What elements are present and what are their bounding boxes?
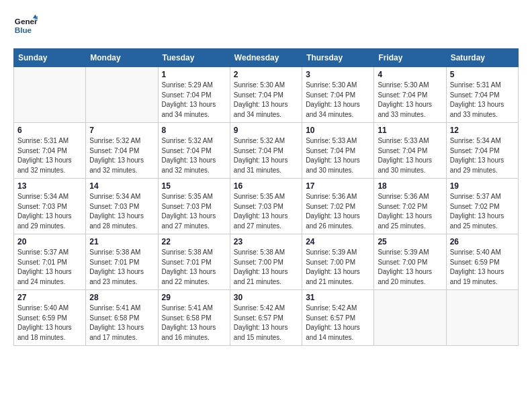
day-number: 24 (306, 237, 370, 246)
day-info: Sunrise: 5:39 AM Sunset: 7:00 PM Dayligh… (378, 248, 442, 287)
day-info: Sunrise: 5:38 AM Sunset: 7:01 PM Dayligh… (89, 248, 154, 287)
day-number: 27 (17, 293, 82, 302)
calendar-cell: 3Sunrise: 5:30 AM Sunset: 7:04 PM Daylig… (302, 67, 374, 123)
calendar-header-thursday: Thursday (302, 49, 374, 67)
day-number: 14 (89, 181, 154, 191)
day-info: Sunrise: 5:40 AM Sunset: 6:59 PM Dayligh… (17, 304, 82, 342)
calendar-cell: 14Sunrise: 5:34 AM Sunset: 7:03 PM Dayli… (86, 179, 158, 234)
day-number: 3 (306, 70, 370, 79)
day-info: Sunrise: 5:34 AM Sunset: 7:03 PM Dayligh… (89, 192, 154, 231)
calendar-cell (14, 67, 86, 123)
day-info: Sunrise: 5:31 AM Sunset: 7:04 PM Dayligh… (450, 81, 515, 120)
day-info: Sunrise: 5:37 AM Sunset: 7:01 PM Dayligh… (17, 248, 82, 287)
calendar-cell: 9Sunrise: 5:32 AM Sunset: 7:04 PM Daylig… (230, 123, 302, 179)
calendar-cell: 8Sunrise: 5:32 AM Sunset: 7:04 PM Daylig… (158, 123, 230, 179)
calendar-cell: 18Sunrise: 5:36 AM Sunset: 7:02 PM Dayli… (374, 179, 446, 234)
svg-text:Blue: Blue (15, 26, 32, 34)
calendar-cell (374, 290, 446, 346)
calendar-cell: 15Sunrise: 5:35 AM Sunset: 7:03 PM Dayli… (158, 179, 230, 234)
day-number: 25 (378, 237, 442, 246)
day-number: 4 (378, 70, 442, 79)
day-number: 11 (378, 126, 442, 135)
day-info: Sunrise: 5:33 AM Sunset: 7:04 PM Dayligh… (378, 136, 442, 175)
calendar-cell: 24Sunrise: 5:39 AM Sunset: 7:00 PM Dayli… (302, 234, 374, 290)
day-number: 21 (89, 237, 154, 246)
day-number: 29 (162, 293, 226, 302)
day-number: 18 (378, 181, 442, 191)
calendar-cell: 17Sunrise: 5:36 AM Sunset: 7:02 PM Dayli… (302, 179, 374, 234)
day-info: Sunrise: 5:30 AM Sunset: 7:04 PM Dayligh… (234, 81, 298, 120)
calendar-header-friday: Friday (374, 49, 446, 67)
day-info: Sunrise: 5:35 AM Sunset: 7:03 PM Dayligh… (234, 192, 298, 231)
calendar-cell: 27Sunrise: 5:40 AM Sunset: 6:59 PM Dayli… (14, 290, 86, 346)
calendar-week-row: 20Sunrise: 5:37 AM Sunset: 7:01 PM Dayli… (14, 234, 519, 290)
calendar-cell: 21Sunrise: 5:38 AM Sunset: 7:01 PM Dayli… (86, 234, 158, 290)
day-info: Sunrise: 5:38 AM Sunset: 7:00 PM Dayligh… (234, 248, 298, 287)
day-number: 8 (162, 126, 226, 135)
day-info: Sunrise: 5:42 AM Sunset: 6:57 PM Dayligh… (306, 304, 370, 342)
calendar-cell: 20Sunrise: 5:37 AM Sunset: 7:01 PM Dayli… (14, 234, 86, 290)
day-info: Sunrise: 5:39 AM Sunset: 7:00 PM Dayligh… (306, 248, 370, 287)
day-number: 28 (89, 293, 154, 302)
day-info: Sunrise: 5:40 AM Sunset: 6:59 PM Dayligh… (450, 248, 515, 287)
calendar-header-saturday: Saturday (446, 49, 518, 67)
day-info: Sunrise: 5:30 AM Sunset: 7:04 PM Dayligh… (306, 81, 370, 120)
day-info: Sunrise: 5:29 AM Sunset: 7:04 PM Dayligh… (162, 81, 226, 120)
calendar-cell: 29Sunrise: 5:41 AM Sunset: 6:58 PM Dayli… (158, 290, 230, 346)
day-number: 20 (17, 237, 82, 246)
calendar-header-sunday: Sunday (14, 49, 86, 67)
calendar-cell: 13Sunrise: 5:34 AM Sunset: 7:03 PM Dayli… (14, 179, 86, 234)
day-info: Sunrise: 5:34 AM Sunset: 7:03 PM Dayligh… (17, 192, 82, 231)
page-header: General Blue (13, 13, 519, 38)
calendar-cell: 23Sunrise: 5:38 AM Sunset: 7:00 PM Dayli… (230, 234, 302, 290)
calendar-cell (86, 67, 158, 123)
day-number: 1 (162, 70, 226, 79)
day-number: 5 (450, 70, 515, 79)
calendar-cell: 31Sunrise: 5:42 AM Sunset: 6:57 PM Dayli… (302, 290, 374, 346)
day-info: Sunrise: 5:37 AM Sunset: 7:02 PM Dayligh… (450, 192, 515, 231)
day-info: Sunrise: 5:30 AM Sunset: 7:04 PM Dayligh… (378, 81, 442, 120)
calendar-header-wednesday: Wednesday (230, 49, 302, 67)
calendar-cell: 7Sunrise: 5:32 AM Sunset: 7:04 PM Daylig… (86, 123, 158, 179)
calendar-cell: 30Sunrise: 5:42 AM Sunset: 6:57 PM Dayli… (230, 290, 302, 346)
day-number: 17 (306, 181, 370, 191)
day-number: 13 (17, 181, 82, 191)
day-number: 9 (234, 126, 298, 135)
calendar-header-row: SundayMondayTuesdayWednesdayThursdayFrid… (14, 49, 519, 67)
day-info: Sunrise: 5:36 AM Sunset: 7:02 PM Dayligh… (306, 192, 370, 231)
day-info: Sunrise: 5:32 AM Sunset: 7:04 PM Dayligh… (89, 136, 154, 175)
day-number: 30 (234, 293, 298, 302)
calendar-header-tuesday: Tuesday (158, 49, 230, 67)
day-info: Sunrise: 5:41 AM Sunset: 6:58 PM Dayligh… (89, 304, 154, 342)
day-number: 10 (306, 126, 370, 135)
day-number: 26 (450, 237, 515, 246)
calendar-cell: 28Sunrise: 5:41 AM Sunset: 6:58 PM Dayli… (86, 290, 158, 346)
calendar-cell: 19Sunrise: 5:37 AM Sunset: 7:02 PM Dayli… (446, 179, 518, 234)
day-info: Sunrise: 5:42 AM Sunset: 6:57 PM Dayligh… (234, 304, 298, 342)
calendar-week-row: 27Sunrise: 5:40 AM Sunset: 6:59 PM Dayli… (14, 290, 519, 346)
calendar-cell: 4Sunrise: 5:30 AM Sunset: 7:04 PM Daylig… (374, 67, 446, 123)
calendar-cell (446, 290, 518, 346)
calendar-cell: 12Sunrise: 5:34 AM Sunset: 7:04 PM Dayli… (446, 123, 518, 179)
calendar-cell: 26Sunrise: 5:40 AM Sunset: 6:59 PM Dayli… (446, 234, 518, 290)
calendar-week-row: 1Sunrise: 5:29 AM Sunset: 7:04 PM Daylig… (14, 67, 519, 123)
day-info: Sunrise: 5:34 AM Sunset: 7:04 PM Dayligh… (450, 136, 515, 175)
day-number: 31 (306, 293, 370, 302)
logo-icon: General Blue (13, 13, 38, 38)
calendar-table: SundayMondayTuesdayWednesdayThursdayFrid… (13, 48, 519, 346)
day-info: Sunrise: 5:32 AM Sunset: 7:04 PM Dayligh… (162, 136, 226, 175)
day-number: 19 (450, 181, 515, 191)
day-info: Sunrise: 5:33 AM Sunset: 7:04 PM Dayligh… (306, 136, 370, 175)
calendar-cell: 16Sunrise: 5:35 AM Sunset: 7:03 PM Dayli… (230, 179, 302, 234)
day-number: 6 (17, 126, 82, 135)
calendar-cell: 6Sunrise: 5:31 AM Sunset: 7:04 PM Daylig… (14, 123, 86, 179)
calendar-week-row: 6Sunrise: 5:31 AM Sunset: 7:04 PM Daylig… (14, 123, 519, 179)
day-number: 22 (162, 237, 226, 246)
day-number: 2 (234, 70, 298, 79)
day-info: Sunrise: 5:41 AM Sunset: 6:58 PM Dayligh… (162, 304, 226, 342)
day-number: 23 (234, 237, 298, 246)
calendar-cell: 11Sunrise: 5:33 AM Sunset: 7:04 PM Dayli… (374, 123, 446, 179)
day-number: 12 (450, 126, 515, 135)
calendar-cell: 10Sunrise: 5:33 AM Sunset: 7:04 PM Dayli… (302, 123, 374, 179)
day-number: 7 (89, 126, 154, 135)
